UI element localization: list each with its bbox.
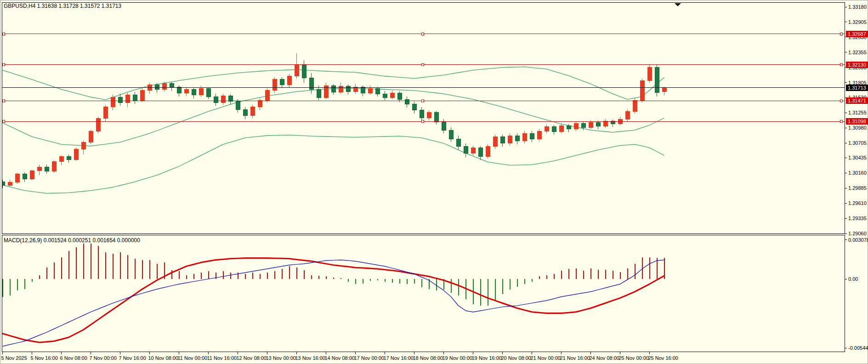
time-axis-label: 13 Nov 00:00 (266, 355, 296, 361)
candle-bullish (390, 93, 394, 98)
candle-bullish (647, 68, 652, 81)
level-price-tag: 1.32130 (846, 62, 868, 68)
candle-bullish (295, 65, 299, 76)
candle-bearish (67, 156, 71, 159)
candle-bearish (192, 89, 196, 95)
chart-shift-triangle-icon[interactable] (675, 3, 681, 6)
candle-bearish (236, 102, 240, 110)
price-axis-tick-label: 1.31255 (848, 110, 867, 115)
time-axis-label: 5 Nov 16:00 (31, 355, 58, 361)
candle-bearish (500, 136, 505, 143)
candle-bullish (37, 167, 41, 171)
candle-bullish (589, 122, 593, 127)
level-line-handle[interactable] (3, 120, 5, 123)
candle-bullish (199, 88, 203, 95)
candle-bullish (545, 127, 549, 131)
candle-bearish (464, 147, 468, 153)
candle-bearish (280, 80, 284, 85)
macd-axis-tick-label: -0.005447 (848, 345, 868, 351)
candle-bearish (214, 97, 218, 102)
macd-indicator-panel[interactable] (2, 235, 845, 352)
chart-canvas[interactable] (0, 0, 868, 364)
candle-bullish (258, 100, 262, 107)
candle-bearish (442, 122, 446, 130)
candle-bearish (478, 148, 482, 156)
candle-bullish (339, 86, 343, 92)
candle-bullish (59, 156, 63, 161)
time-axis-label: 21 Nov 00:00 (531, 355, 561, 361)
candle-bearish (243, 110, 247, 116)
candle-bullish (30, 171, 34, 179)
price-axis-tick-label: 1.29885 (848, 185, 867, 191)
candle-bullish (74, 149, 78, 160)
candle-bearish (383, 94, 387, 97)
candle-bullish (559, 125, 563, 131)
candle-bullish (272, 80, 277, 91)
level-line-handle[interactable] (422, 100, 424, 102)
candle-bullish (574, 124, 578, 129)
candle-bullish (184, 89, 188, 93)
candle-bearish (118, 97, 122, 102)
candle-bullish (625, 111, 630, 119)
bollinger-middle-band-line (3, 88, 664, 146)
candle-bearish (177, 87, 181, 93)
candle-bullish (486, 147, 490, 157)
candle-bearish (515, 136, 519, 141)
time-axis-label: 25 Nov 16:00 (648, 355, 678, 361)
time-axis-label: 14 Nov 08:00 (325, 355, 355, 361)
time-axis-label: 6 Nov 08:00 (60, 355, 87, 361)
candle-bullish (103, 107, 108, 119)
symbol-ohlc-header: GBPUSD,H4 1.31638 1.31728 1.31572 1.3171… (4, 3, 121, 9)
candle-bearish (611, 121, 615, 124)
candle-bearish (412, 104, 416, 110)
level-line-handle[interactable] (840, 63, 843, 66)
price-axis-tick-label: 1.33180 (848, 4, 867, 10)
candle-bullish (52, 161, 56, 171)
macd-indicator-header: MACD(12,26,9) 0.001524 0.000251 0.001654… (4, 237, 140, 244)
time-axis-label: 5 Nov 2025 (1, 355, 27, 361)
level-line-handle[interactable] (3, 33, 5, 35)
time-axis-label: 21 Nov 16:00 (560, 355, 590, 361)
price-axis-tick-label: 1.29610 (848, 200, 867, 206)
candle-bearish (434, 113, 438, 122)
time-axis-label: 11 Nov 00:00 (178, 355, 208, 361)
time-axis-label: 18 Nov 08:00 (413, 355, 443, 361)
price-axis-tick-label: 1.29060 (848, 231, 867, 236)
time-axis-label: 7 Nov 16:00 (119, 355, 146, 361)
candle-bearish (655, 68, 659, 93)
level-line-handle[interactable] (422, 33, 424, 35)
level-line-handle[interactable] (3, 63, 5, 66)
time-axis-label: 24 Nov 08:00 (590, 355, 619, 361)
time-axis-label: 19 Nov 00:00 (443, 355, 472, 361)
candle-bearish (567, 125, 571, 129)
candle-bullish (508, 136, 512, 143)
candle-bearish (302, 65, 306, 78)
level-line-handle[interactable] (3, 100, 5, 102)
macd-axis-tick-label: 0.00 (848, 276, 858, 282)
time-axis-label: 10 Nov 08:00 (148, 355, 178, 361)
price-axis-tick-label: 1.32355 (848, 50, 867, 55)
price-axis[interactable]: 1.331801.329051.326301.323551.320801.318… (845, 0, 868, 364)
candle-bullish (427, 113, 431, 118)
level-line-handle[interactable] (840, 33, 843, 35)
current-price-tag: 1.31713 (846, 85, 868, 91)
candle-bearish (45, 167, 49, 171)
price-panel-content (0, 53, 666, 193)
price-axis-tick-label: 1.32905 (848, 19, 867, 25)
candle-bullish (537, 131, 541, 139)
time-axis-label: 20 Nov 08:00 (501, 355, 531, 361)
level-line-handle[interactable] (422, 120, 424, 123)
time-axis[interactable]: 5 Nov 20255 Nov 16:006 Nov 08:007 Nov 00… (0, 352, 845, 364)
candle-bullish (125, 95, 130, 102)
level-line-handle[interactable] (840, 100, 843, 102)
level-line-handle[interactable] (422, 63, 424, 66)
candle-bearish (405, 99, 409, 104)
candle-bullish (111, 97, 115, 107)
level-price-tag: 1.31098 (846, 118, 868, 125)
candle-bullish (353, 87, 357, 92)
level-line-handle[interactable] (840, 120, 843, 123)
candle-bearish (375, 88, 380, 94)
candle-bearish (530, 133, 534, 139)
candle-bullish (8, 182, 12, 186)
price-axis-tick-label: 1.30705 (848, 140, 867, 146)
